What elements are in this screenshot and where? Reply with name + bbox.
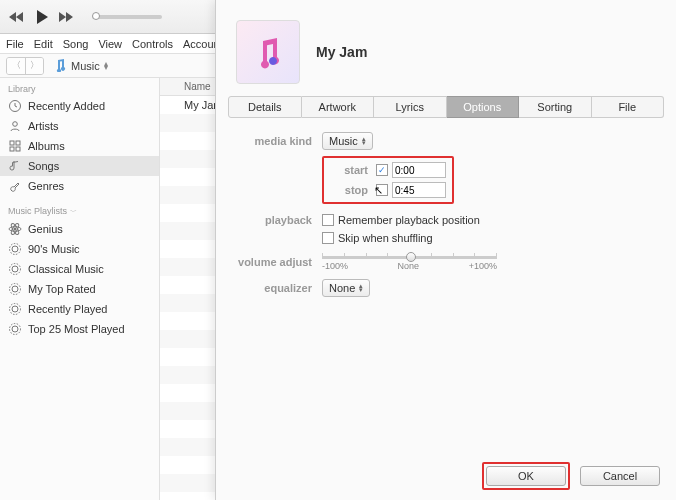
svg-point-18 bbox=[10, 264, 21, 275]
chevron-updown-icon: ▴▾ bbox=[104, 62, 108, 70]
label-equalizer: equalizer bbox=[236, 282, 322, 294]
sidebar-item-label: Songs bbox=[28, 160, 59, 172]
sidebar-item-label: My Top Rated bbox=[28, 283, 96, 295]
source-label: Music bbox=[71, 60, 100, 72]
start-stop-highlight: start ✓ stop ↖ bbox=[322, 156, 454, 204]
sidebar-item-artists[interactable]: Artists bbox=[0, 116, 159, 136]
next-track-button[interactable] bbox=[58, 10, 76, 24]
cancel-button[interactable]: Cancel bbox=[580, 466, 660, 486]
media-kind-value: Music bbox=[329, 135, 358, 147]
sidebar-item-90s-music[interactable]: 90's Music bbox=[0, 239, 159, 259]
sidebar-item-genius[interactable]: Genius bbox=[0, 219, 159, 239]
vol-mid: None bbox=[398, 261, 420, 271]
dialog-title: My Jam bbox=[316, 44, 367, 60]
menu-edit[interactable]: Edit bbox=[34, 38, 53, 50]
svg-rect-9 bbox=[10, 147, 14, 151]
slider-knob-icon[interactable] bbox=[406, 252, 416, 262]
label-playback: playback bbox=[236, 214, 322, 226]
label-start: start bbox=[324, 164, 376, 176]
cursor-icon: ↖ bbox=[374, 184, 383, 197]
svg-point-11 bbox=[14, 228, 17, 231]
sidebar-item-albums[interactable]: Albums bbox=[0, 136, 159, 156]
gear-icon bbox=[8, 262, 22, 276]
volume-slider[interactable] bbox=[92, 15, 162, 19]
start-time-input[interactable] bbox=[392, 162, 446, 178]
start-checkbox[interactable]: ✓ bbox=[376, 164, 388, 176]
play-controls bbox=[8, 9, 162, 25]
svg-point-21 bbox=[12, 306, 18, 312]
label-skip: Skip when shuffling bbox=[338, 232, 433, 244]
music-note-icon bbox=[53, 58, 67, 74]
tab-options[interactable]: Options bbox=[447, 96, 520, 118]
remember-position-checkbox[interactable] bbox=[322, 214, 334, 226]
sidebar-library-header: Library bbox=[0, 80, 159, 96]
ok-button[interactable]: OK bbox=[486, 466, 566, 486]
menu-file[interactable]: File bbox=[6, 38, 24, 50]
song-info-dialog: My Jam Details Artwork Lyrics Options So… bbox=[215, 0, 676, 500]
sidebar-item-label: Albums bbox=[28, 140, 65, 152]
sidebar-item-label: 90's Music bbox=[28, 243, 80, 255]
sidebar-item-recently-played[interactable]: Recently Played bbox=[0, 299, 159, 319]
svg-point-15 bbox=[12, 246, 18, 252]
guitar-icon bbox=[8, 179, 22, 193]
stop-checkbox[interactable]: ↖ bbox=[376, 184, 388, 196]
chevron-updown-icon: ▴▾ bbox=[362, 137, 366, 145]
tab-sorting[interactable]: Sorting bbox=[519, 96, 592, 118]
equalizer-select[interactable]: None ▴▾ bbox=[322, 279, 370, 297]
sidebar-item-genres[interactable]: Genres bbox=[0, 176, 159, 196]
dialog-footer: OK Cancel bbox=[482, 462, 660, 490]
sidebar-item-top-rated[interactable]: My Top Rated bbox=[0, 279, 159, 299]
label-volume: volume adjust bbox=[236, 252, 322, 268]
dialog-tabs: Details Artwork Lyrics Options Sorting F… bbox=[228, 96, 664, 118]
svg-rect-7 bbox=[10, 141, 14, 145]
svg-rect-10 bbox=[16, 147, 20, 151]
person-icon bbox=[8, 119, 22, 133]
menu-song[interactable]: Song bbox=[63, 38, 89, 50]
sidebar: Library Recently Added Artists Albums So… bbox=[0, 78, 160, 500]
note-icon bbox=[8, 159, 22, 173]
tab-lyrics[interactable]: Lyrics bbox=[374, 96, 447, 118]
genius-icon bbox=[8, 222, 22, 236]
albums-icon bbox=[8, 139, 22, 153]
chevron-down-icon[interactable]: ﹀ bbox=[70, 208, 77, 215]
svg-point-6 bbox=[13, 122, 18, 127]
source-selector[interactable]: Music ▴▾ bbox=[48, 56, 113, 76]
clock-icon bbox=[8, 99, 22, 113]
sidebar-item-top-25[interactable]: Top 25 Most Played bbox=[0, 319, 159, 339]
svg-point-19 bbox=[12, 286, 18, 292]
chevron-updown-icon: ▴▾ bbox=[359, 284, 363, 292]
menu-controls[interactable]: Controls bbox=[132, 38, 173, 50]
gear-icon bbox=[8, 322, 22, 336]
sidebar-item-label: Recently Added bbox=[28, 100, 105, 112]
sidebar-item-label: Artists bbox=[28, 120, 59, 132]
tab-artwork[interactable]: Artwork bbox=[302, 96, 375, 118]
svg-point-20 bbox=[10, 284, 21, 295]
svg-point-16 bbox=[10, 244, 21, 255]
equalizer-value: None bbox=[329, 282, 355, 294]
gear-icon bbox=[8, 282, 22, 296]
media-kind-select[interactable]: Music ▴▾ bbox=[322, 132, 373, 150]
gear-icon bbox=[8, 242, 22, 256]
prev-track-button[interactable] bbox=[8, 10, 26, 24]
sidebar-item-label: Top 25 Most Played bbox=[28, 323, 125, 335]
sidebar-item-label: Genres bbox=[28, 180, 64, 192]
sidebar-item-classical[interactable]: Classical Music bbox=[0, 259, 159, 279]
nav-back-forward[interactable]: 〈 〉 bbox=[6, 57, 44, 75]
label-media-kind: media kind bbox=[236, 135, 322, 147]
nav-forward-icon[interactable]: 〉 bbox=[25, 58, 43, 74]
sidebar-item-label: Recently Played bbox=[28, 303, 108, 315]
volume-adjust-slider[interactable] bbox=[322, 256, 497, 259]
play-button[interactable] bbox=[34, 9, 50, 25]
stop-time-input[interactable] bbox=[392, 182, 446, 198]
tab-file[interactable]: File bbox=[592, 96, 665, 118]
svg-point-23 bbox=[12, 326, 18, 332]
nav-back-icon[interactable]: 〈 bbox=[7, 58, 25, 74]
menu-view[interactable]: View bbox=[98, 38, 122, 50]
song-artwork bbox=[236, 20, 300, 84]
sidebar-item-recently-added[interactable]: Recently Added bbox=[0, 96, 159, 116]
svg-point-24 bbox=[10, 324, 21, 335]
sidebar-item-songs[interactable]: Songs bbox=[0, 156, 159, 176]
tab-details[interactable]: Details bbox=[228, 96, 302, 118]
dialog-header: My Jam bbox=[216, 0, 676, 96]
skip-shuffle-checkbox[interactable] bbox=[322, 232, 334, 244]
